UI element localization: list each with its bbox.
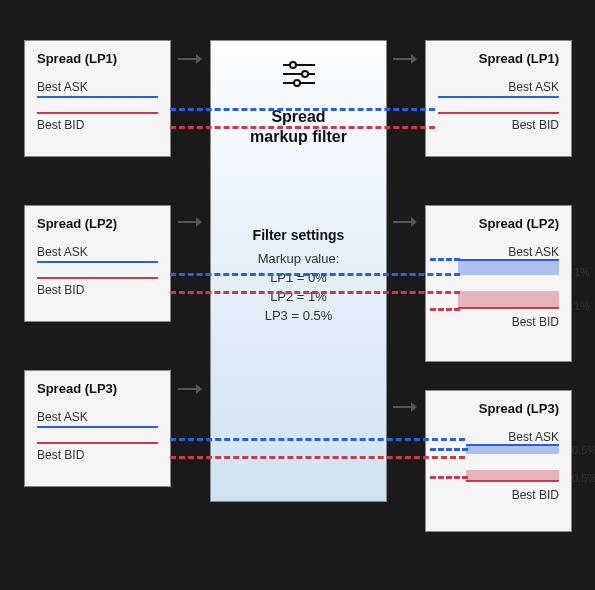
bid-markup-band — [466, 470, 559, 480]
bid-line — [458, 307, 559, 309]
input-spread-lp2: Spread (LP2) Best ASK Best BID — [24, 205, 171, 322]
best-ask-label: Best ASK — [37, 245, 158, 259]
connector-ask — [170, 108, 435, 111]
output-spread-lp1: Spread (LP1) Best ASK Best BID — [425, 40, 572, 157]
connector-ask — [170, 438, 465, 441]
best-ask-label: Best ASK — [438, 80, 559, 94]
best-bid-label: Best BID — [37, 448, 158, 462]
output-spread-lp2: Spread (LP2) Best ASK Best BID — [425, 205, 572, 362]
bid-line — [37, 442, 158, 444]
connector-bid — [170, 291, 460, 294]
connector-bid-step — [430, 308, 460, 311]
arrow-icon — [393, 52, 417, 66]
svg-point-5 — [294, 80, 300, 86]
markup-lp3: LP3 = 0.5% — [211, 308, 386, 323]
markup-pct-lp2-ask: 1% — [574, 266, 590, 278]
best-bid-label: Best BID — [37, 283, 158, 297]
card-title: Spread (LP3) — [438, 401, 559, 416]
best-bid-label: Best BID — [37, 118, 158, 132]
card-title: Spread (LP3) — [37, 381, 158, 396]
connector-ask-step — [430, 258, 460, 261]
svg-point-3 — [302, 71, 308, 77]
markup-pct-lp3-ask: 0.5% — [572, 444, 595, 456]
markup-pct-lp2-bid: 1% — [574, 300, 590, 312]
ask-line — [438, 96, 559, 98]
svg-point-1 — [290, 62, 296, 68]
ask-markup-band — [458, 259, 559, 275]
connector-ask-step — [430, 448, 468, 451]
markup-value-label: Markup value: — [211, 251, 386, 266]
svg-marker-17 — [411, 402, 417, 412]
card-title: Spread (LP2) — [438, 216, 559, 231]
output-spread-lp3: Spread (LP3) Best ASK Best BID — [425, 390, 572, 532]
card-title: Spread (LP1) — [438, 51, 559, 66]
arrow-icon — [393, 215, 417, 229]
ask-line — [37, 426, 158, 428]
svg-marker-7 — [196, 54, 202, 64]
arrow-icon — [178, 52, 202, 66]
bid-markup-band — [458, 291, 559, 307]
bid-line — [466, 480, 559, 482]
svg-marker-15 — [411, 217, 417, 227]
connector-bid — [170, 456, 465, 459]
best-ask-label: Best ASK — [466, 430, 559, 444]
svg-marker-9 — [196, 217, 202, 227]
best-ask-label: Best ASK — [37, 410, 158, 424]
bid-line — [37, 277, 158, 279]
input-spread-lp1: Spread (LP1) Best ASK Best BID — [24, 40, 171, 157]
svg-marker-11 — [196, 384, 202, 394]
card-title: Spread (LP2) — [37, 216, 158, 231]
bid-line — [438, 112, 559, 114]
best-bid-label: Best BID — [438, 118, 559, 132]
best-ask-label: Best ASK — [37, 80, 158, 94]
arrow-icon — [178, 215, 202, 229]
card-title: Spread (LP1) — [37, 51, 158, 66]
ask-markup-band — [466, 444, 559, 454]
connector-ask — [170, 273, 460, 276]
ask-line — [37, 96, 158, 98]
sliders-icon — [281, 59, 317, 89]
connector-bid — [170, 126, 435, 129]
best-bid-label: Best BID — [458, 315, 559, 329]
ask-line — [37, 261, 158, 263]
markup-pct-lp3-bid: 0.5% — [572, 472, 595, 484]
best-ask-label: Best ASK — [458, 245, 559, 259]
svg-marker-13 — [411, 54, 417, 64]
arrow-icon — [178, 382, 202, 396]
arrow-icon — [393, 400, 417, 414]
input-spread-lp3: Spread (LP3) Best ASK Best BID — [24, 370, 171, 487]
connector-bid-step — [430, 476, 468, 479]
best-bid-label: Best BID — [466, 488, 559, 502]
bid-line — [37, 112, 158, 114]
filter-settings-title: Filter settings — [211, 227, 386, 243]
